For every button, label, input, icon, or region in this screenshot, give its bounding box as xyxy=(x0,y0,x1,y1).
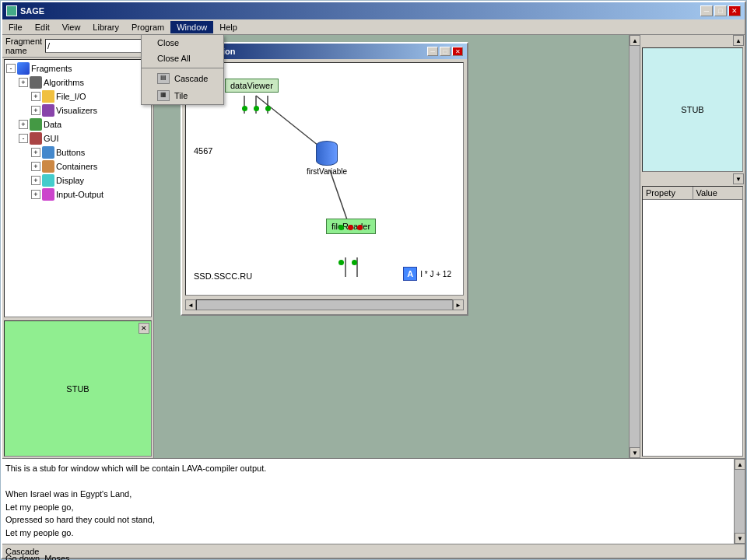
tree-item-data[interactable]: + Data xyxy=(6,117,149,131)
expand-buttons[interactable]: + xyxy=(31,148,40,157)
expand-inputoutput[interactable]: + xyxy=(31,190,40,199)
app-icon xyxy=(6,5,17,16)
menu-program[interactable]: Program xyxy=(125,21,170,33)
dropdown-separator xyxy=(142,68,223,68)
bottom-line-7 xyxy=(5,539,731,552)
menu-view[interactable]: View xyxy=(56,21,87,33)
tree-item-inputoutput[interactable]: + Input-Output xyxy=(6,187,149,201)
tree-item-fragments[interactable]: - Fragments xyxy=(6,61,149,75)
expand-algorithms[interactable]: + xyxy=(19,78,28,87)
label-algorithms: Algorithms xyxy=(44,78,84,87)
minimize-button[interactable]: ─ xyxy=(700,5,713,16)
title-bar: SAGE ─ □ ✕ xyxy=(2,2,745,19)
init-close-btn[interactable]: ✕ xyxy=(452,47,463,56)
expand-fileio[interactable]: + xyxy=(31,92,40,101)
icon-inputoutput xyxy=(42,188,54,201)
expand-display[interactable]: + xyxy=(31,176,40,185)
vscroll-down-btn[interactable]: ▼ xyxy=(630,447,640,458)
node-formula[interactable]: A I * J + 12 xyxy=(403,267,451,281)
dot-fr-top-1 xyxy=(338,225,344,230)
title-buttons: ─ □ ✕ xyxy=(700,5,741,16)
tree-item-containers[interactable]: + Containers xyxy=(6,159,149,173)
bottom-line-1: This is a stub for window which will be … xyxy=(5,462,731,475)
expand-containers[interactable]: + xyxy=(31,162,40,171)
hscroll-left-btn[interactable]: ◄ xyxy=(185,299,196,310)
cylinder-icon xyxy=(316,141,338,166)
init-hscrollbar: ◄ ► xyxy=(185,299,464,311)
bottom-line-6: Let my people go. xyxy=(5,527,731,540)
icon-fragments xyxy=(17,62,30,75)
tree-item-buttons[interactable]: + Buttons xyxy=(6,145,149,159)
left-stub-box: ✕ STUB xyxy=(4,320,152,457)
hscroll-right-btn[interactable]: ► xyxy=(453,299,464,310)
bottom-line-8: Go down, Moses... xyxy=(5,552,731,561)
cascade-icon: ▤ xyxy=(157,73,170,84)
expand-visualizers[interactable]: + xyxy=(31,106,40,115)
close-button[interactable]: ✕ xyxy=(728,5,741,16)
dropdown-tile[interactable]: ▦ Tile xyxy=(142,87,223,104)
right-scroll-down-area: ▼ xyxy=(640,173,745,184)
menu-window[interactable]: Window xyxy=(170,21,213,33)
expand-data[interactable]: + xyxy=(19,120,28,129)
label-gui: GUI xyxy=(44,134,59,143)
icon-data xyxy=(30,118,42,131)
property-panel: Propety Value xyxy=(642,186,743,457)
dataviewer-label: dataViewer xyxy=(230,81,273,90)
icon-visualizers xyxy=(42,104,54,117)
init-restore-btn[interactable]: □ xyxy=(440,47,451,56)
hscroll-track[interactable] xyxy=(196,299,453,310)
tree-panel[interactable]: - Fragments + Algorithms + File_I/O xyxy=(4,59,152,317)
stub-close-button[interactable]: ✕ xyxy=(139,323,149,334)
icon-display xyxy=(42,174,54,187)
tree-item-visualizers[interactable]: + Visualizers xyxy=(6,103,149,117)
dot-fr-bot-1 xyxy=(338,260,344,265)
close-label: Close xyxy=(157,38,179,47)
node-dataviewer[interactable]: dataViewer xyxy=(225,79,279,93)
bottom-text-content: This is a stub for window which will be … xyxy=(2,459,745,560)
bottom-line-3: When Israel was in Egypt's Land, xyxy=(5,488,731,501)
right-panel: ▲ STUB ▼ Propety Value xyxy=(640,35,745,458)
menu-help[interactable]: Help xyxy=(213,21,244,33)
vscroll-up-btn[interactable]: ▲ xyxy=(630,35,640,46)
bottom-line-2 xyxy=(5,475,731,488)
dot-dv-3 xyxy=(265,106,271,111)
right-vscroll-down[interactable]: ▼ xyxy=(733,173,744,184)
left-panel: Fragment name - Fragments + Algorithms xyxy=(2,35,154,458)
bottom-scroll-up[interactable]: ▲ xyxy=(735,459,745,470)
node-ssd: SSD.SSCC.RU xyxy=(194,271,252,281)
formula-text: I * J + 12 xyxy=(420,270,451,278)
menu-library[interactable]: Library xyxy=(86,21,125,33)
dropdown-close-all[interactable]: Close All xyxy=(142,51,223,66)
content-area: Fragment name - Fragments + Algorithms xyxy=(2,35,745,458)
bottom-vscroll: ▲ ▼ xyxy=(734,459,745,544)
dot-dv-1 xyxy=(242,106,247,111)
tile-icon: ▦ xyxy=(157,90,170,101)
menu-edit[interactable]: Edit xyxy=(29,21,56,33)
node-firstvariable[interactable]: firstVariable xyxy=(307,141,347,176)
firstvariable-label: firstVariable xyxy=(307,167,347,176)
tree-item-fileio[interactable]: + File_I/O xyxy=(6,89,149,103)
label-visualizers: Visualizers xyxy=(56,106,97,115)
expand-fragments[interactable]: - xyxy=(6,64,16,73)
right-vscroll-up[interactable]: ▲ xyxy=(733,35,744,46)
tree-item-display[interactable]: + Display xyxy=(6,173,149,187)
label-buttons: Buttons xyxy=(56,148,85,157)
bottom-area: ▲ ▼ This is a stub for window which will… xyxy=(2,458,745,544)
fragment-name-label: Fragment name xyxy=(5,37,42,55)
menu-file[interactable]: File xyxy=(2,21,29,33)
icon-fileio xyxy=(42,90,54,103)
icon-buttons xyxy=(42,146,54,159)
bottom-scroll-down[interactable]: ▼ xyxy=(735,533,745,544)
expand-gui[interactable]: - xyxy=(19,134,28,143)
label-containers: Containers xyxy=(56,162,97,171)
tree-item-algorithms[interactable]: + Algorithms xyxy=(6,75,149,89)
label-fragments: Fragments xyxy=(31,64,72,73)
init-canvas: dataViewer 4567 firstVariable xyxy=(185,62,464,296)
dropdown-cascade[interactable]: ▤ Cascade xyxy=(142,70,223,87)
init-minimize-btn[interactable]: ─ xyxy=(427,47,438,56)
label-display: Display xyxy=(56,176,84,185)
window-title: SAGE xyxy=(20,6,44,16)
maximize-button[interactable]: □ xyxy=(714,5,727,16)
dropdown-close[interactable]: Close xyxy=(142,35,223,51)
tree-item-gui[interactable]: - GUI xyxy=(6,131,149,145)
